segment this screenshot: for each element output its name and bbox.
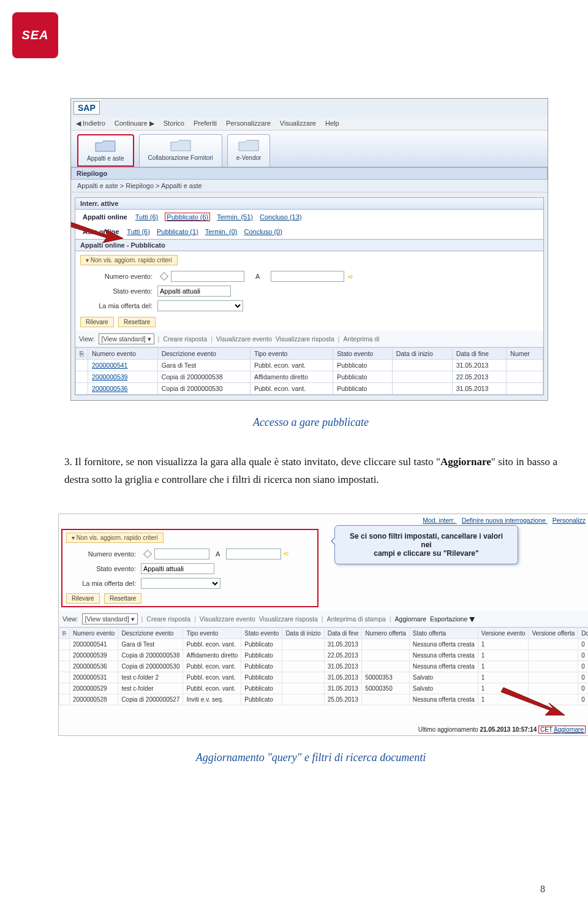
grid-toolbar: View: [View standard] ▾ | Creare rispost… bbox=[75, 331, 543, 347]
input-numero-evento[interactable] bbox=[171, 271, 244, 282]
input-numero-evento-2[interactable] bbox=[154, 548, 209, 559]
table-row[interactable]: 2000000541Gara di TestPubbl. econ. vant.… bbox=[76, 360, 543, 371]
toolbar-visualizzare-evento[interactable]: Visualizzare evento bbox=[216, 335, 272, 343]
event-link[interactable]: 2000000541 bbox=[73, 641, 107, 648]
t2-vis-risposta[interactable]: Visualizzare risposta bbox=[259, 615, 318, 623]
criteria-toggle-2[interactable]: ▾ Non vis. aggiorn. rapido criteri bbox=[66, 533, 164, 543]
update-line: Ultimo aggiornamento 21.05.2013 10:57:14… bbox=[59, 724, 588, 735]
menu-help[interactable]: Help bbox=[325, 119, 339, 127]
select-mia-offerta[interactable] bbox=[157, 300, 243, 311]
event-link[interactable]: 50000353 bbox=[365, 674, 393, 681]
diamond-icon bbox=[160, 272, 168, 281]
table-row[interactable]: 2000000536Copia di 2000000530Pubbl. econ… bbox=[59, 661, 589, 672]
th2-10: Domande e risposte bbox=[578, 628, 588, 639]
menu-continue[interactable]: Continuare ▶ bbox=[115, 119, 154, 127]
view-label: View: bbox=[79, 335, 95, 343]
view-select-2[interactable]: [View standard] ▾ bbox=[82, 613, 138, 624]
toolbar-visualizzare-risposta[interactable]: Visualizzare risposta bbox=[276, 335, 334, 343]
input-stato-evento[interactable] bbox=[157, 286, 231, 297]
event-link[interactable]: 2000000536 bbox=[92, 385, 127, 392]
t2-vis-evento[interactable]: Visualizzare evento bbox=[200, 615, 255, 623]
link-termin[interactable]: Termin. (51) bbox=[217, 213, 253, 221]
input-numero-evento-to[interactable] bbox=[271, 271, 344, 282]
th-numero: Numero evento bbox=[88, 348, 158, 360]
btn-rilevare-2[interactable]: Rilevare bbox=[66, 593, 100, 604]
btn-resettare[interactable]: Resettare bbox=[118, 317, 156, 327]
tab-appalti[interactable]: Appalti e aste bbox=[77, 134, 134, 167]
event-link[interactable]: 2000000531 bbox=[73, 674, 107, 681]
arrow-annotation bbox=[70, 218, 126, 251]
link-mod-interr[interactable]: Mod. interr. bbox=[423, 517, 455, 524]
link-aste-pubblicato[interactable]: Pubblicato (1) bbox=[157, 228, 198, 235]
event-link[interactable]: 2000000536 bbox=[73, 663, 107, 670]
caption-1: Accesso a gare pubblicate bbox=[64, 416, 557, 429]
t2-aggiornare[interactable]: Aggiornare bbox=[395, 615, 426, 623]
criteria-toggle[interactable]: ▾ Non vis. aggiorn. rapido criteri bbox=[80, 255, 178, 265]
th-numer: Numer bbox=[507, 348, 543, 360]
filter-appalti: Appalti online Tutti (6) Pubblicato (6) … bbox=[75, 210, 543, 224]
link-aggiornare[interactable]: Aggiornare bbox=[554, 726, 584, 733]
tab-evendor[interactable]: e-Vendor bbox=[227, 134, 271, 167]
input-stato-evento-2[interactable] bbox=[141, 563, 214, 574]
toolbar-creare-risposta[interactable]: Creare risposta bbox=[163, 335, 207, 343]
svg-marker-0 bbox=[70, 221, 123, 243]
view-select[interactable]: [View standard] ▾ bbox=[99, 333, 154, 344]
t2-anteprima[interactable]: Anteprima di stampa bbox=[327, 615, 386, 623]
btn-resettare-2[interactable]: Resettare bbox=[104, 593, 141, 604]
th-inizio: Data di inizio bbox=[392, 348, 452, 360]
link-tutti[interactable]: Tutti (6) bbox=[135, 213, 159, 221]
th-stato: Stato evento bbox=[333, 348, 392, 360]
menu-history[interactable]: Storico bbox=[164, 119, 184, 127]
link-personalizz[interactable]: Personalizz bbox=[552, 517, 586, 524]
event-link[interactable]: 2000000539 bbox=[73, 652, 107, 659]
link-aste-termin[interactable]: Termin. (0) bbox=[205, 228, 238, 235]
th2-0: Numero evento bbox=[70, 628, 118, 639]
link-def-interr[interactable]: Definire nuova interrogazione bbox=[462, 517, 546, 524]
event-link[interactable]: 50000350 bbox=[365, 685, 393, 692]
menu-view[interactable]: Visualizzare bbox=[280, 119, 316, 127]
table-row[interactable]: 2000000536Copia di 2000000530Pubbl. econ… bbox=[76, 383, 543, 395]
link-concluso[interactable]: Concluso (13) bbox=[260, 213, 301, 221]
lbl-mia-offerta-2: La mia offerta del: bbox=[69, 580, 136, 587]
btn-rilevare[interactable]: Rilevare bbox=[80, 317, 114, 327]
event-link[interactable]: 2000000529 bbox=[73, 685, 107, 692]
table-row[interactable]: 2000000531test c-folder 2Pubbl. econ. va… bbox=[59, 672, 589, 683]
link-aste-tutti[interactable]: Tutti (6) bbox=[127, 228, 150, 235]
tab-collab[interactable]: Collaborazione Fornitori bbox=[139, 134, 222, 167]
lbl-mia-offerta: La mia offerta del: bbox=[85, 302, 153, 309]
menu-favorites[interactable]: Preferiti bbox=[194, 119, 217, 127]
subheader-pubblicato: Appalti online - Pubblicato bbox=[75, 239, 543, 251]
th2-9: Versione offerta bbox=[529, 628, 578, 639]
sap-logo: SAP bbox=[74, 101, 100, 115]
th-fine: Data di fine bbox=[452, 348, 507, 360]
link-pubblicato[interactable]: Pubblicato (6) bbox=[165, 213, 210, 221]
arrow-right-icon[interactable]: ➪ bbox=[348, 273, 353, 281]
riepilogo-bar: Riepilogo bbox=[71, 167, 548, 180]
th-descr: Descrizione evento bbox=[157, 348, 250, 360]
th2-sel: ⎘ bbox=[59, 628, 70, 639]
tab-row: Appalti e aste Collaborazione Fornitori … bbox=[71, 131, 548, 167]
table-row[interactable]: 2000000539Copia di 2000000538Affidamento… bbox=[76, 371, 543, 383]
menu-customize[interactable]: Personalizzare bbox=[226, 119, 271, 127]
event-link[interactable]: 2000000541 bbox=[92, 362, 127, 369]
toolbar-anteprima[interactable]: Anteprima di bbox=[344, 335, 380, 343]
th2-2: Tipo evento bbox=[183, 628, 241, 639]
breadcrumb: Appalti e aste > Riepilogo > Appalti e a… bbox=[71, 180, 548, 192]
table-row[interactable]: 2000000539Copia di 2000000538Affidamento… bbox=[59, 650, 589, 661]
diamond-icon bbox=[143, 550, 152, 558]
event-link[interactable]: 2000000528 bbox=[73, 696, 107, 703]
input-numero-evento-to-2[interactable] bbox=[226, 548, 281, 559]
interr-attive-header: Interr. attive bbox=[75, 198, 543, 210]
th2-7: Stato offerta bbox=[409, 628, 478, 639]
t2-esportazione[interactable]: Esportazione ⯆ bbox=[430, 615, 476, 623]
event-link[interactable]: 2000000539 bbox=[92, 373, 127, 381]
th-tipo: Tipo evento bbox=[250, 348, 333, 360]
th2-3: Stato evento bbox=[241, 628, 282, 639]
select-mia-offerta-2[interactable] bbox=[141, 578, 221, 589]
link-aste-concluso[interactable]: Concluso (0) bbox=[244, 228, 282, 235]
table-row[interactable]: 2000000541Gara di TestPubbl. econ. vant.… bbox=[59, 639, 589, 650]
arrow-right-icon[interactable]: ➪ bbox=[284, 550, 289, 558]
callout-tip: Se ci sono filtri impostati, cancellare … bbox=[334, 525, 518, 564]
t2-creare[interactable]: Creare risposta bbox=[146, 615, 190, 623]
menu-back[interactable]: ◀ Indietro bbox=[76, 119, 105, 127]
